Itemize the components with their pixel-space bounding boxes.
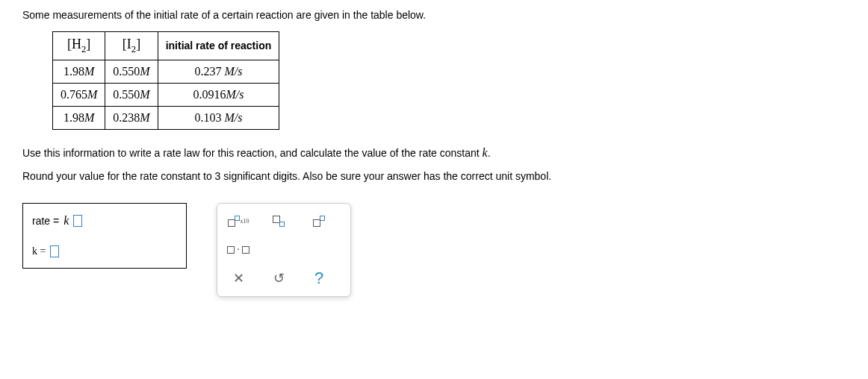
col-i2: [I2] [105,32,158,60]
table-row: 0.765M 0.550M 0.0916M/s [53,83,279,106]
rate-law-input-line: rate = k [32,214,177,228]
subscript-button[interactable] [267,213,291,231]
intro-text: Some measurements of the initial rate of… [22,9,846,21]
table-row: 1.98M 0.550M 0.237 M/s [53,60,279,83]
k-value-input-line: k = [32,245,177,257]
answer-box: rate = k k = [22,203,187,269]
instruction-2: Round your value for the rate constant t… [22,170,846,182]
k-value-input[interactable] [50,245,59,257]
sci-notation-button[interactable]: x10 [226,213,250,231]
data-table: [H2] [I2] initial rate of reaction 1.98M… [52,31,279,130]
superscript-button[interactable] [307,213,331,231]
table-row: 1.98M 0.238M 0.103 M/s [53,106,279,129]
reset-button[interactable]: ↺ [267,269,291,287]
equation-palette: x10 · ✕ ↺ ? [217,203,351,297]
help-button[interactable]: ? [307,269,331,287]
col-h2: [H2] [53,32,105,60]
col-rate: initial rate of reaction [158,32,279,60]
multiply-button[interactable]: · [226,241,250,259]
instruction-1: Use this information to write a rate law… [22,146,846,160]
rate-law-input[interactable] [73,215,82,227]
clear-button[interactable]: ✕ [226,269,250,287]
